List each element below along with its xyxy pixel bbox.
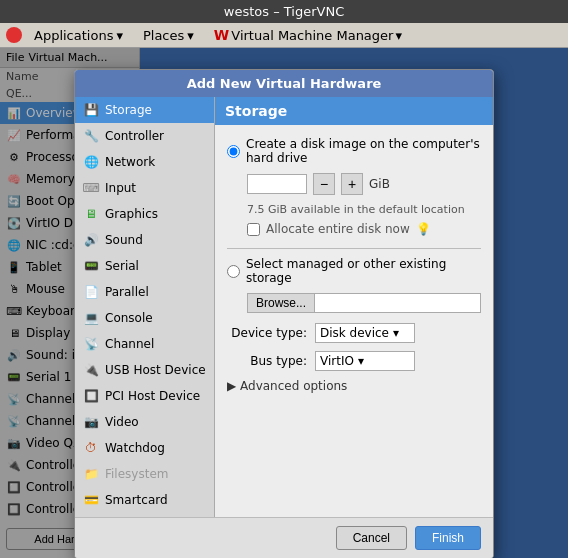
app-icon bbox=[6, 27, 22, 43]
vm-manager-menu[interactable]: W Virtual Machine Manager ▾ bbox=[206, 25, 410, 45]
allocate-label: Allocate entire disk now bbox=[266, 222, 410, 236]
increase-size-button[interactable]: + bbox=[341, 173, 363, 195]
serial-hw-icon: 📟 bbox=[83, 258, 99, 274]
network-icon: 🌐 bbox=[83, 154, 99, 170]
create-disk-radio-row: Create a disk image on the computer's ha… bbox=[227, 137, 481, 165]
menu-bar: Applications ▾ Places ▾ W Virtual Machin… bbox=[0, 23, 568, 48]
device-type-row: Device type: Disk device ▾ bbox=[227, 323, 481, 343]
video-hw-icon: 📷 bbox=[83, 414, 99, 430]
add-hardware-dialog: Add New Virtual Hardware 💾 Storage 🔧 Con… bbox=[74, 69, 494, 558]
usb-host-icon: 🔌 bbox=[83, 362, 99, 378]
device-type-label: Device type: bbox=[227, 326, 307, 340]
hw-item-pci-host[interactable]: 🔲 PCI Host Device bbox=[75, 383, 214, 409]
hw-item-channel[interactable]: 📡 Channel bbox=[75, 331, 214, 357]
hw-item-input[interactable]: ⌨ Input bbox=[75, 175, 214, 201]
pci-host-icon: 🔲 bbox=[83, 388, 99, 404]
window-title: westos – TigerVNC bbox=[224, 4, 344, 19]
device-type-select[interactable]: Disk device ▾ bbox=[315, 323, 415, 343]
allocate-info-icon: 💡 bbox=[416, 222, 431, 236]
allocate-checkbox[interactable] bbox=[247, 223, 260, 236]
browse-row: Browse... bbox=[247, 293, 481, 313]
modal-overlay: Add New Virtual Hardware 💾 Storage 🔧 Con… bbox=[0, 48, 568, 558]
main-area: File Virtual Mach... Name QE... 📊 Overvi… bbox=[0, 48, 568, 558]
places-menu[interactable]: Places ▾ bbox=[135, 26, 202, 45]
hw-item-parallel[interactable]: 📄 Parallel bbox=[75, 279, 214, 305]
hw-item-video[interactable]: 📷 Video bbox=[75, 409, 214, 435]
select-storage-radio-row: Select managed or other existing storage bbox=[227, 257, 481, 285]
hw-item-watchdog[interactable]: ⏱ Watchdog bbox=[75, 435, 214, 461]
size-row: 8.0 − + GiB bbox=[227, 173, 481, 195]
dialog-footer: Cancel Finish bbox=[75, 517, 493, 558]
browse-button[interactable]: Browse... bbox=[247, 293, 315, 313]
console-icon: 💻 bbox=[83, 310, 99, 326]
storage-icon: 💾 bbox=[83, 102, 99, 118]
browse-field[interactable] bbox=[315, 293, 481, 313]
controller-icon: 🔧 bbox=[83, 128, 99, 144]
decrease-size-button[interactable]: − bbox=[313, 173, 335, 195]
finish-button[interactable]: Finish bbox=[415, 526, 481, 550]
hw-item-storage[interactable]: 💾 Storage bbox=[75, 97, 214, 123]
hw-item-serial[interactable]: 📟 Serial bbox=[75, 253, 214, 279]
select-storage-label: Select managed or other existing storage bbox=[246, 257, 481, 285]
sound-hw-icon: 🔊 bbox=[83, 232, 99, 248]
allocate-checkbox-row: Allocate entire disk now 💡 bbox=[227, 222, 481, 236]
smartcard-icon: 💳 bbox=[83, 492, 99, 508]
hardware-list: 💾 Storage 🔧 Controller 🌐 Network ⌨ Input bbox=[75, 97, 215, 517]
watchdog-icon: ⏱ bbox=[83, 440, 99, 456]
disk-size-input[interactable]: 8.0 bbox=[247, 174, 307, 194]
bus-type-label: Bus type: bbox=[227, 354, 307, 368]
separator bbox=[227, 248, 481, 249]
dialog-title-bar: Add New Virtual Hardware bbox=[75, 70, 493, 97]
hw-item-graphics[interactable]: 🖥 Graphics bbox=[75, 201, 214, 227]
dialog-body: 💾 Storage 🔧 Controller 🌐 Network ⌨ Input bbox=[75, 97, 493, 517]
hw-item-console[interactable]: 💻 Console bbox=[75, 305, 214, 331]
hw-item-sound[interactable]: 🔊 Sound bbox=[75, 227, 214, 253]
select-storage-radio[interactable] bbox=[227, 265, 240, 278]
cancel-button[interactable]: Cancel bbox=[336, 526, 407, 550]
channel-icon: 📡 bbox=[83, 336, 99, 352]
hw-item-controller[interactable]: 🔧 Controller bbox=[75, 123, 214, 149]
size-unit-label: GiB bbox=[369, 177, 390, 191]
applications-menu[interactable]: Applications ▾ bbox=[26, 26, 131, 45]
panel-title: Storage bbox=[215, 97, 493, 125]
dialog-title: Add New Virtual Hardware bbox=[187, 76, 382, 91]
title-bar: westos – TigerVNC bbox=[0, 0, 568, 23]
hw-item-network[interactable]: 🌐 Network bbox=[75, 149, 214, 175]
bus-type-select[interactable]: VirtIO ▾ bbox=[315, 351, 415, 371]
hw-item-usb-redir[interactable]: 🔌 USB Redirection bbox=[75, 513, 214, 517]
available-text: 7.5 GiB available in the default locatio… bbox=[227, 203, 481, 216]
create-disk-label: Create a disk image on the computer's ha… bbox=[246, 137, 481, 165]
filesystem-icon: 📁 bbox=[83, 466, 99, 482]
parallel-icon: 📄 bbox=[83, 284, 99, 300]
device-type-chevron: ▾ bbox=[393, 326, 399, 340]
hw-item-smartcard[interactable]: 💳 Smartcard bbox=[75, 487, 214, 513]
storage-panel: Storage Create a disk image on the compu… bbox=[215, 97, 493, 517]
create-disk-radio[interactable] bbox=[227, 145, 240, 158]
hw-item-filesystem[interactable]: 📁 Filesystem bbox=[75, 461, 214, 487]
input-icon: ⌨ bbox=[83, 180, 99, 196]
hw-item-usb-host[interactable]: 🔌 USB Host Device bbox=[75, 357, 214, 383]
bus-type-chevron: ▾ bbox=[358, 354, 364, 368]
bus-type-row: Bus type: VirtIO ▾ bbox=[227, 351, 481, 371]
advanced-options-toggle[interactable]: ▶ Advanced options bbox=[227, 379, 481, 393]
graphics-icon: 🖥 bbox=[83, 206, 99, 222]
